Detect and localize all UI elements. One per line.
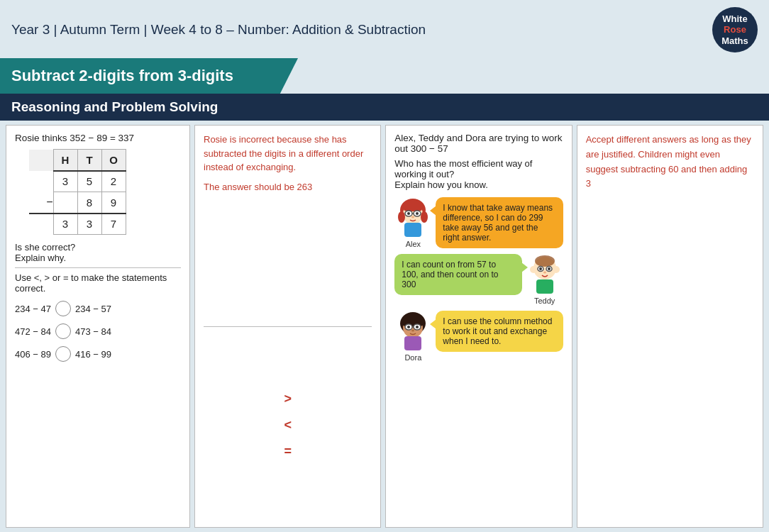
comparison-row-1: 234 − 47 234 − 57: [15, 301, 181, 316]
svg-point-14: [530, 266, 537, 273]
comp2-left: 472 − 84: [15, 326, 51, 337]
symbol-eq: =: [284, 444, 292, 459]
a1-answer: The answer should be 263: [204, 182, 372, 192]
svg-point-15: [553, 266, 560, 273]
question-1-box: Rosie thinks 352 − 89 = 337 H T O 3 5 2 …: [6, 125, 190, 528]
svg-point-18: [539, 267, 542, 270]
empty2: [29, 214, 53, 235]
circle-2: [55, 323, 71, 339]
comp1-right: 234 − 57: [75, 304, 111, 314]
table-row-2: − 8 9: [29, 192, 126, 214]
teddy-bubble-text: I can count on from 57 to 100, and then …: [402, 260, 498, 289]
alex-row: Alex I know that take away means differe…: [394, 197, 563, 248]
circle-3: [55, 346, 71, 362]
title-section: Subtract 2-digits from 3-digits: [0, 58, 298, 94]
svg-point-4: [421, 211, 428, 223]
dora-bubble-tail: [430, 319, 436, 329]
col-T: T: [77, 150, 101, 171]
svg-point-20: [543, 272, 546, 274]
col-O: O: [101, 150, 126, 171]
result-7: 7: [101, 214, 126, 235]
header-title: Year 3 | Autumn Term | Week 4 to 8 – Num…: [11, 22, 426, 38]
q3-problem: Alex, Teddy and Dora are trying to work …: [394, 133, 563, 154]
answer-1-section: Rosie is incorrect because she has subtr…: [204, 133, 372, 322]
alex-bubble: I know that take away means difference, …: [436, 197, 563, 248]
dora-avatar-icon: [394, 311, 431, 353]
svg-rect-31: [404, 336, 421, 350]
question-3-box: Alex, Teddy and Dora are trying to work …: [385, 125, 572, 528]
alex-bubble-text: I know that take away means difference, …: [443, 203, 553, 243]
table-row-1: 3 5 2: [29, 171, 126, 192]
alex-avatar-icon: [394, 197, 431, 240]
svg-point-7: [407, 212, 410, 215]
section-heading-text: Reasoning and Problem Solving: [11, 99, 218, 114]
answer-3-box: Accept different answers as long as they…: [577, 125, 763, 528]
a1-text: Rosie is incorrect because she has subtr…: [204, 133, 372, 174]
comparison-row-2: 472 − 84 473 − 84: [15, 323, 181, 339]
minus-sign: −: [29, 192, 53, 214]
answer-1-2-box: Rosie is incorrect because she has subtr…: [194, 125, 381, 528]
alex-bubble-tail: [430, 206, 436, 216]
svg-point-8: [416, 212, 419, 215]
q3-question: Who has the most efficient way of workin…: [394, 158, 563, 190]
divider-1: [15, 267, 181, 268]
alex-avatar-area: Alex: [394, 197, 431, 248]
divider-2: [204, 326, 372, 327]
svg-rect-2: [403, 201, 423, 211]
minus-placeholder: [29, 150, 53, 171]
svg-point-13: [535, 255, 555, 267]
svg-point-3: [398, 211, 405, 223]
dora-bubble-text: I can use the column method to work it o…: [443, 316, 552, 346]
cell-empty: [53, 192, 77, 214]
svg-rect-21: [536, 279, 553, 294]
section-heading: Reasoning and Problem Solving: [0, 94, 769, 121]
title-text: Subtract 2-digits from 3-digits: [11, 67, 233, 84]
comp1-left: 234 − 47: [15, 304, 51, 314]
teddy-bubble-tail: [521, 262, 528, 272]
characters-area: Alex I know that take away means differe…: [394, 197, 563, 362]
empty-cell: [29, 171, 53, 192]
svg-rect-11: [404, 223, 421, 237]
symbol-lt: <: [284, 418, 292, 433]
dora-label: Dora: [404, 353, 421, 362]
svg-point-10: [411, 216, 414, 218]
q1-question: Is she correct?Explain why.: [15, 242, 181, 263]
comp3-right: 416 − 99: [75, 349, 111, 360]
logo-maths: Maths: [721, 35, 748, 47]
symbol-gt: >: [284, 392, 292, 406]
q2-problem: Use <, > or = to make the statements cor…: [15, 272, 181, 294]
svg-point-28: [416, 326, 419, 328]
logo: White Rose Maths: [712, 7, 758, 52]
cell-5: 5: [77, 171, 101, 192]
comparison-section: 234 − 47 234 − 57 472 − 84 473 − 84 406 …: [15, 301, 181, 362]
svg-point-19: [548, 267, 551, 270]
dora-row: Dora I can use the column method to work…: [394, 311, 563, 362]
teddy-row: I can count on from 57 to 100, and then …: [394, 254, 563, 305]
q1-problem: Rosie thinks 352 − 89 = 337: [15, 133, 181, 143]
teddy-avatar-area: Teddy: [526, 254, 563, 305]
teddy-label: Teddy: [534, 297, 555, 305]
svg-point-27: [407, 326, 410, 328]
alex-label: Alex: [406, 240, 421, 248]
logo-white: White: [722, 13, 747, 25]
dora-bubble: I can use the column method to work it o…: [436, 311, 563, 352]
result-3: 3: [53, 214, 77, 235]
teddy-avatar-icon: [526, 254, 563, 297]
table-header-row: H T O: [29, 150, 126, 171]
result-3b: 3: [77, 214, 101, 235]
subtraction-table: H T O 3 5 2 − 8 9 3 3 7: [29, 149, 126, 235]
main-content: Rosie thinks 352 − 89 = 337 H T O 3 5 2 …: [0, 121, 769, 532]
svg-rect-24: [402, 316, 424, 326]
logo-rose: Rose: [724, 24, 746, 35]
cell-9: 9: [101, 192, 126, 214]
title-wrapper: Subtract 2-digits from 3-digits: [0, 58, 769, 94]
comparison-row-3: 406 − 89 416 − 99: [15, 346, 181, 362]
cell-2: 2: [101, 171, 126, 192]
col-H: H: [53, 150, 77, 171]
header: Year 3 | Autumn Term | Week 4 to 8 – Num…: [0, 0, 769, 58]
table-row-3: 3 3 7: [29, 214, 126, 235]
a3-text: Accept different answers as long as they…: [586, 133, 754, 192]
dora-avatar-area: Dora: [394, 311, 431, 362]
circle-1: [55, 301, 71, 316]
cell-3: 3: [53, 171, 77, 192]
